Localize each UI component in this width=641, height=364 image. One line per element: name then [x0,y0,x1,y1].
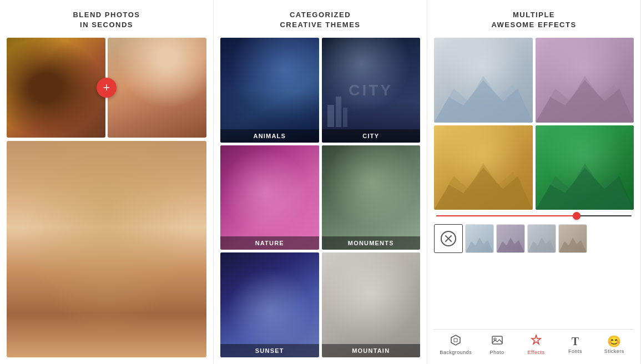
effect-item-2[interactable] [536,38,634,123]
effect-thumb-4[interactable] [558,224,587,253]
category-monuments-label: MONUMENTS [322,236,421,250]
effects-icon [530,334,542,348]
categories-grid: ANIMALS CITY CITY NATURE [220,38,420,357]
slider-track [436,215,632,216]
category-nature-label: NATURE [220,236,319,250]
svg-marker-3 [536,80,634,123]
backgrounds-icon [450,334,462,348]
bottom-toolbar: Backgrounds Photo Effe [434,329,634,357]
blend-result-image[interactable] [7,141,206,357]
stickers-icon: 😊 [607,336,621,347]
section-blend: BLEND PHOTOS IN SECONDS + [0,0,214,364]
plus-button[interactable]: + [97,78,117,98]
toolbar-fonts-label: Fonts [568,348,582,354]
category-sunset-label: SUNSET [220,344,319,357]
thumbnail-strip [434,222,634,255]
section-blend-title-line2: IN SECONDS [80,21,133,29]
effects-grid [434,38,634,210]
toolbar-backgrounds[interactable]: Backgrounds [440,334,472,355]
category-animals[interactable]: ANIMALS [220,38,319,143]
toolbar-fonts[interactable]: T Fonts [561,336,589,354]
blend-image-horse[interactable] [7,38,105,138]
section-blend-title: BLEND PHOTOS IN SECONDS [73,10,140,30]
category-monuments[interactable]: MONUMENTS [322,145,421,250]
fonts-icon: T [572,336,579,347]
svg-marker-14 [532,335,541,344]
toolbar-backgrounds-label: Backgrounds [440,350,472,355]
effect-slider[interactable] [434,210,634,222]
section-blend-title-line1: BLEND PHOTOS [73,11,140,19]
category-city-text: CITY [349,82,393,99]
section-effects-title: MULTIPLE AWESOME EFFECTS [491,10,576,30]
toolbar-stickers[interactable]: 😊 Stickers [600,336,628,354]
effect-thumb-2[interactable] [496,224,525,253]
toolbar-photo-label: Photo [490,350,504,355]
svg-marker-9 [497,237,524,252]
cancel-icon [441,231,456,246]
blend-area: + [7,38,206,357]
slider-fill [436,215,577,216]
category-sunset[interactable]: SUNSET [220,252,319,357]
toolbar-effects-label: Effects [528,350,545,355]
effect-thumb-1[interactable] [465,224,494,253]
svg-marker-7 [536,168,634,210]
category-mountain[interactable]: MOUNTAIN [322,252,421,357]
category-nature[interactable]: NATURE [220,145,319,250]
svg-marker-8 [466,237,493,252]
svg-marker-1 [434,80,533,123]
effect-cancel-thumb[interactable] [434,224,463,253]
blend-top-row: + [7,38,206,138]
category-city-label: CITY [322,129,421,143]
svg-rect-12 [492,336,502,344]
category-mountain-label: MOUNTAIN [322,344,421,357]
toolbar-effects[interactable]: Effects [522,334,550,355]
effect-thumb-3[interactable] [527,224,556,253]
toolbar-stickers-label: Stickers [604,348,624,354]
section-categories-title-line1: CATEGORIZED [290,11,351,19]
effect-item-4[interactable] [536,125,634,210]
svg-marker-10 [528,237,556,252]
svg-marker-11 [559,237,587,252]
category-animals-label: ANIMALS [220,129,319,143]
effect-item-1[interactable] [434,38,533,123]
section-effects: MULTIPLE AWESOME EFFECTS [427,0,641,364]
section-effects-title-line2: AWESOME EFFECTS [491,21,576,29]
slider-thumb[interactable] [573,212,581,220]
section-categories: CATEGORIZED CREATIVE THEMES ANIMALS CITY [214,0,427,364]
section-categories-title: CATEGORIZED CREATIVE THEMES [280,10,360,30]
photo-icon [491,334,503,348]
blend-image-woman[interactable] [108,38,206,138]
effect-item-3[interactable] [434,125,533,210]
svg-marker-5 [434,168,533,210]
effects-area: Backgrounds Photo Effe [434,38,634,357]
toolbar-photo[interactable]: Photo [483,334,511,355]
section-categories-title-line2: CREATIVE THEMES [280,21,360,29]
category-city[interactable]: CITY CITY [322,38,421,143]
section-effects-title-line1: MULTIPLE [513,11,555,19]
